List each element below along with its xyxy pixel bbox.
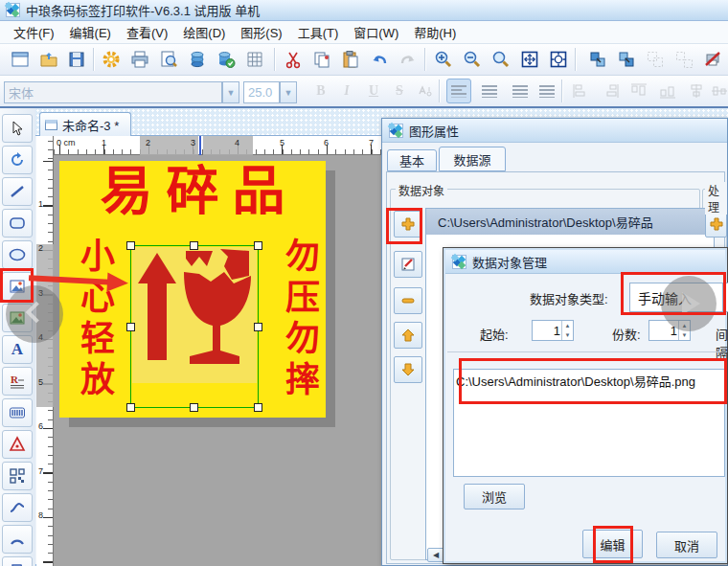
distribute-top-icon[interactable]: [626, 79, 651, 103]
font-size-select[interactable]: 25.0: [243, 81, 280, 103]
italic-button[interactable]: I: [334, 79, 359, 103]
tool-line-button[interactable]: [2, 177, 33, 206]
align-left-button[interactable]: [446, 79, 471, 103]
menu-edit[interactable]: 编辑(E): [62, 21, 119, 43]
main-toolbar: [0, 44, 728, 76]
settings-icon[interactable]: [99, 47, 124, 72]
zoom-out-icon[interactable]: [460, 47, 485, 72]
print-icon[interactable]: [127, 47, 152, 72]
tool-qrcode-button[interactable]: [2, 462, 33, 490]
align-center-button[interactable]: [477, 79, 502, 103]
move-down-button[interactable]: [394, 356, 422, 383]
selection-handle[interactable]: [254, 241, 262, 250]
tool-warning-shape-button[interactable]: [2, 430, 33, 459]
app-logo-icon: [389, 124, 403, 138]
tool-richtext-button[interactable]: R: [2, 367, 33, 396]
font-name-select[interactable]: 宋体: [4, 81, 222, 103]
send-backward-icon[interactable]: [614, 47, 639, 72]
selection-handle[interactable]: [190, 241, 198, 250]
menu-draw[interactable]: 绘图(D): [175, 21, 233, 43]
selection-handle[interactable]: [190, 403, 198, 412]
print-ignore-icon[interactable]: [700, 47, 725, 72]
selection-handle[interactable]: [126, 241, 135, 250]
right-caption-text[interactable]: 勿压勿摔: [274, 238, 324, 402]
bring-forward-icon[interactable]: [585, 47, 610, 72]
selection-handle[interactable]: [126, 323, 135, 331]
menu-window[interactable]: 窗口(W): [346, 21, 406, 43]
distribute-bottom-icon[interactable]: [655, 79, 680, 103]
redo-icon[interactable]: [396, 47, 421, 72]
font-size-dropdown-icon[interactable]: ▼: [280, 81, 297, 103]
graphic-properties-title-bar[interactable]: 图形属性: [382, 119, 727, 143]
kerning-icon[interactable]: [413, 79, 438, 103]
fit-window-icon[interactable]: [517, 47, 542, 72]
zoom-icon[interactable]: [489, 47, 513, 72]
distribute-v-center-icon[interactable]: [707, 79, 728, 103]
tool-select-button[interactable]: [2, 114, 33, 143]
fragile-title-text[interactable]: 易碎品: [59, 161, 326, 222]
distribute-left-icon[interactable]: [569, 79, 594, 103]
ruler-mark: 8: [38, 510, 43, 520]
data-object-manager-title: 数据对象管理: [472, 253, 547, 271]
data-object-list-item[interactable]: C:\Users\Administrator\Desktop\易碎品: [426, 209, 714, 235]
distribute-right-icon[interactable]: [598, 79, 623, 103]
strikethrough-button[interactable]: S: [387, 79, 412, 103]
separator: [447, 351, 725, 352]
font-name-dropdown-icon[interactable]: ▼: [222, 81, 239, 103]
selection-handle[interactable]: [254, 403, 262, 412]
start-spinner[interactable]: 1 ▲▼: [532, 320, 574, 341]
tool-rounded-rect-button[interactable]: [2, 209, 33, 238]
menu-help[interactable]: 帮助(H): [406, 21, 464, 43]
menu-file[interactable]: 文件(F): [6, 21, 62, 43]
left-caption-text[interactable]: 小心轻放: [69, 238, 119, 402]
copy-icon[interactable]: [309, 47, 334, 72]
annotation-box-add-button: [386, 208, 422, 244]
selection-rect: [130, 245, 259, 408]
align-right-button[interactable]: [508, 79, 533, 103]
print-preview-icon[interactable]: [156, 47, 181, 72]
graphic-properties-title: 图形属性: [409, 122, 459, 140]
grid-icon[interactable]: [242, 47, 267, 72]
spinner-arrows-icon[interactable]: ▲▼: [561, 321, 573, 340]
open-icon[interactable]: [36, 47, 61, 72]
ruler-mark: 2: [38, 243, 43, 253]
add-process-button[interactable]: [705, 211, 727, 238]
tool-rotate-button[interactable]: [2, 146, 33, 174]
edit-data-object-button[interactable]: [394, 251, 422, 278]
bold-button[interactable]: B: [308, 79, 333, 103]
tab-basic[interactable]: 基本: [387, 149, 437, 171]
tool-arc-button[interactable]: [2, 525, 33, 554]
move-up-button[interactable]: [394, 322, 422, 349]
align-justify-button[interactable]: [535, 79, 559, 103]
new-document-icon[interactable]: [8, 47, 33, 72]
group-icon[interactable]: [643, 47, 668, 72]
ungroup-icon[interactable]: [671, 47, 696, 72]
paste-icon[interactable]: [338, 47, 363, 72]
underline-button[interactable]: U: [361, 79, 386, 103]
undo-icon[interactable]: [367, 47, 392, 72]
tool-ellipse-button[interactable]: [2, 240, 33, 269]
tab-datasource[interactable]: 数据源: [439, 147, 506, 171]
database-icon[interactable]: [185, 47, 210, 72]
document-tab[interactable]: 未命名-3 *: [39, 112, 131, 136]
menu-view[interactable]: 查看(V): [119, 21, 175, 43]
selection-handle[interactable]: [126, 403, 135, 412]
data-object-manager-title-bar[interactable]: 数据对象管理: [445, 250, 725, 274]
cancel-button[interactable]: 取消: [656, 532, 717, 558]
save-icon[interactable]: [64, 47, 89, 72]
remove-data-object-button[interactable]: [394, 287, 422, 314]
cut-icon[interactable]: [281, 47, 306, 72]
tool-polygon-button[interactable]: [2, 556, 33, 566]
distribute-h-center-icon[interactable]: [684, 79, 709, 103]
database-sync-icon[interactable]: [214, 47, 239, 72]
zoom-in-icon[interactable]: [431, 47, 456, 72]
menu-tools[interactable]: 工具(T): [290, 21, 347, 43]
tool-barcode-button[interactable]: [2, 398, 33, 427]
vertical-ruler: 1 2 3 4 5 6 7 8: [36, 136, 54, 566]
menu-shape[interactable]: 图形(S): [233, 21, 289, 43]
browse-button[interactable]: 浏览: [464, 484, 525, 509]
tool-curve-button[interactable]: [2, 493, 33, 522]
selection-handle[interactable]: [254, 323, 262, 331]
ruler-mark: 6: [38, 421, 43, 431]
fit-selection-icon[interactable]: [546, 47, 571, 72]
